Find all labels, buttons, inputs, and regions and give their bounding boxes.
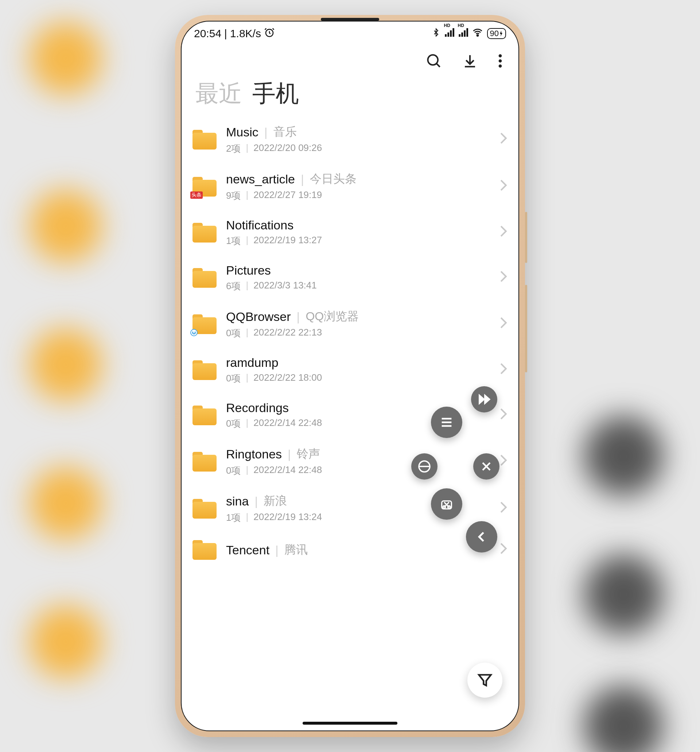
menu-button[interactable] (431, 407, 462, 438)
folder-row[interactable]: QQBrowser|QQ浏览器 0项|2022/2/22 22:13 (182, 300, 518, 348)
folder-list[interactable]: Music|音乐 2项|2022/2/20 09:26 头条 news_arti… (182, 116, 518, 730)
folder-icon (192, 452, 217, 472)
filter-button[interactable] (467, 663, 502, 698)
folder-item-count: 2项 (226, 142, 241, 155)
folder-date: 2022/2/22 22:13 (253, 327, 322, 340)
chevron-right-icon (500, 179, 508, 194)
folder-icon (192, 499, 217, 519)
folder-date: 2022/2/19 13:24 (253, 511, 322, 524)
svg-point-4 (499, 59, 502, 63)
folder-name: Tencent (226, 543, 269, 557)
folder-name: sina (226, 494, 248, 508)
lock-button[interactable] (411, 453, 438, 480)
signal-icon: HD (444, 27, 454, 40)
svg-point-2 (428, 55, 438, 65)
chevron-right-icon (500, 501, 508, 516)
signal-icon: HD (458, 27, 468, 40)
folder-name: news_article (226, 172, 295, 186)
folder-icon (192, 406, 217, 425)
folder-tag: QQ浏览器 (306, 309, 359, 325)
folder-name: Recordings (226, 401, 289, 415)
alarm-icon (264, 27, 275, 40)
folder-item-count: 0项 (226, 327, 241, 340)
folder-icon (192, 130, 217, 149)
chevron-right-icon (500, 225, 508, 240)
chevron-right-icon (500, 362, 508, 378)
folder-date: 2022/2/22 18:00 (253, 372, 322, 385)
svg-point-3 (499, 54, 502, 57)
folder-icon (192, 314, 217, 334)
status-time: 20:54 (194, 27, 221, 40)
svg-point-1 (477, 35, 478, 36)
folder-item-count: 1项 (226, 235, 241, 247)
folder-icon (192, 268, 217, 288)
folder-row[interactable]: Recordings 0项|2022/2/14 22:48 (182, 393, 518, 438)
folder-name: Pictures (226, 263, 271, 278)
folder-icon (192, 540, 217, 560)
folder-item-count: 0项 (226, 417, 241, 430)
toolbar (182, 46, 518, 74)
battery-icon: 90 (487, 28, 506, 39)
folder-tag: 新浪 (264, 493, 287, 509)
tab-phone[interactable]: 手机 (252, 78, 299, 109)
chevron-right-icon (500, 270, 508, 286)
folder-date: 2022/3/3 13:41 (253, 280, 317, 292)
folder-date: 2022/2/19 13:27 (253, 235, 322, 247)
search-icon[interactable] (426, 53, 442, 70)
folder-date: 2022/2/14 22:48 (253, 464, 322, 477)
folder-name: Notifications (226, 218, 293, 232)
phone-frame: 20:54 | 1.8K/s HD HD (175, 15, 525, 737)
back-button[interactable] (466, 521, 497, 553)
folder-icon (192, 223, 217, 242)
folder-tag: 铃声 (297, 446, 320, 462)
folder-name: ramdump (226, 356, 279, 370)
status-net-speed: 1.8K/s (230, 27, 261, 40)
phone-speaker (321, 18, 379, 21)
screenshot-button[interactable] (431, 488, 462, 520)
folder-icon: 头条 (192, 177, 217, 197)
status-bar: 20:54 | 1.8K/s HD HD (182, 22, 518, 46)
folder-row[interactable]: Music|音乐 2项|2022/2/20 09:26 (182, 116, 518, 163)
folder-icon (192, 360, 217, 380)
download-icon[interactable] (462, 53, 478, 70)
folder-date: 2022/2/14 22:48 (253, 417, 322, 430)
folder-date: 2022/2/27 19:19 (253, 189, 322, 202)
tab-recent[interactable]: 最近 (196, 78, 242, 109)
folder-item-count: 6项 (226, 280, 241, 292)
view-tabs: 最近 手机 (182, 74, 518, 116)
folder-name: Music (226, 125, 259, 139)
home-indicator[interactable] (303, 722, 397, 725)
fast-forward-button[interactable] (471, 386, 497, 412)
folder-item-count: 0项 (226, 464, 241, 477)
svg-point-5 (499, 65, 502, 68)
screen: 20:54 | 1.8K/s HD HD (181, 21, 519, 731)
folder-row[interactable]: Ringtones|铃声 0项|2022/2/14 22:48 (182, 438, 518, 485)
folder-tag: 音乐 (273, 124, 297, 140)
folder-row[interactable]: Notifications 1项|2022/2/19 13:27 (182, 210, 518, 255)
chevron-right-icon (500, 408, 508, 423)
chevron-right-icon (500, 542, 508, 558)
chevron-right-icon (500, 454, 508, 469)
folder-name: QQBrowser (226, 310, 291, 324)
folder-item-count: 9项 (226, 189, 241, 202)
status-sep: | (224, 27, 227, 40)
folder-item-count: 1项 (226, 511, 241, 524)
folder-tag: 腾讯 (284, 542, 308, 558)
chevron-right-icon (500, 132, 508, 148)
folder-row[interactable]: sina|新浪 1项|2022/2/19 13:24 (182, 485, 518, 532)
folder-date: 2022/2/20 09:26 (253, 142, 322, 155)
chevron-right-icon (500, 317, 508, 332)
more-icon[interactable] (498, 53, 502, 70)
wifi-icon (472, 27, 483, 40)
folder-name: Ringtones (226, 447, 282, 461)
close-button[interactable] (473, 453, 500, 480)
folder-row[interactable]: ramdump 0项|2022/2/22 18:00 (182, 348, 518, 393)
phone-side-button (525, 212, 527, 263)
bluetooth-icon (431, 27, 441, 40)
folder-item-count: 0项 (226, 372, 241, 385)
folder-tag: 今日头条 (310, 171, 357, 187)
phone-side-button (525, 285, 527, 372)
folder-row[interactable]: 头条 news_article|今日头条 9项|2022/2/27 19:19 (182, 163, 518, 210)
folder-row[interactable]: Pictures 6项|2022/3/3 13:41 (182, 255, 518, 300)
